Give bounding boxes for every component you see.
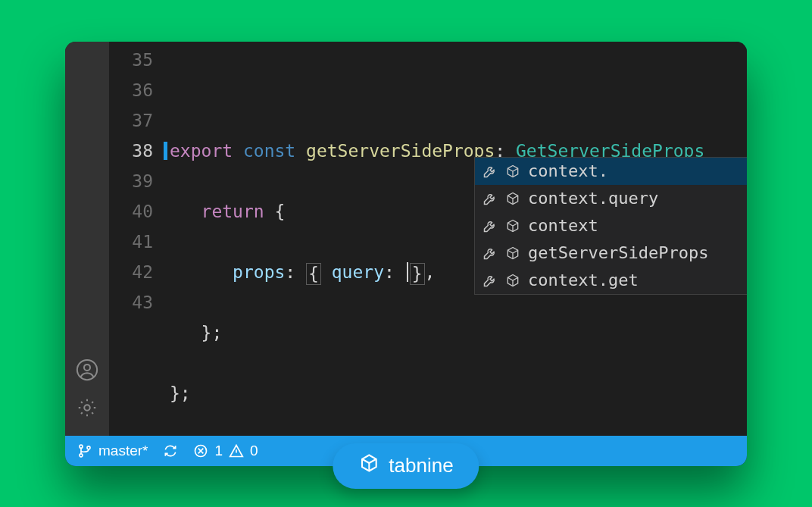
- branch-name: master*: [98, 443, 148, 459]
- line-number: 42: [109, 257, 170, 287]
- suggestion-item[interactable]: context: [475, 212, 747, 239]
- svg-point-2: [84, 405, 90, 411]
- error-count: 1: [214, 443, 223, 459]
- line-number: 38: [109, 136, 170, 166]
- cube-icon: [505, 164, 520, 179]
- line-number: 35: [109, 45, 170, 75]
- suggestion-label: context: [528, 212, 598, 239]
- wrench-icon: [483, 246, 498, 261]
- activity-bar: [65, 42, 109, 436]
- suggestion-item[interactable]: context.get: [475, 267, 747, 294]
- wrench-icon: [483, 218, 498, 233]
- line-number: 37: [109, 105, 170, 136]
- sync-icon: [163, 443, 178, 458]
- line-number: 39: [109, 166, 170, 196]
- intellisense-popup[interactable]: context. context.query context: [474, 157, 747, 295]
- code-line: };: [170, 318, 747, 348]
- text-cursor: [407, 262, 408, 282]
- code-editor[interactable]: 35 36 37 38 39 40 41 42 43 export const …: [109, 42, 747, 436]
- tabnine-logo-icon: [358, 452, 379, 479]
- code-line: };: [170, 378, 747, 408]
- git-branch-button[interactable]: master*: [77, 443, 148, 459]
- sync-button[interactable]: [163, 443, 178, 458]
- line-number: 40: [109, 196, 170, 227]
- cube-icon: [505, 246, 520, 261]
- suggestion-item[interactable]: getServerSideProps: [475, 239, 747, 267]
- svg-point-5: [87, 446, 90, 449]
- warning-count: 0: [250, 443, 258, 459]
- line-number: 43: [109, 287, 170, 318]
- tabnine-label: tabnine: [389, 454, 453, 477]
- error-icon: [193, 443, 208, 458]
- code-line: [170, 75, 747, 105]
- tabnine-badge[interactable]: tabnine: [333, 443, 479, 489]
- account-icon[interactable]: [76, 358, 98, 381]
- line-number: 41: [109, 227, 170, 257]
- gear-icon[interactable]: [76, 396, 98, 419]
- line-gutter: 35 36 37 38 39 40 41 42 43: [109, 42, 170, 436]
- cube-icon: [505, 191, 520, 206]
- suggestion-label: context.query: [528, 185, 658, 212]
- suggestion-item[interactable]: context.: [475, 158, 747, 185]
- git-branch-icon: [77, 443, 92, 458]
- cube-icon: [505, 218, 520, 233]
- wrench-icon: [483, 273, 498, 288]
- problems-button[interactable]: 1 0: [193, 443, 258, 459]
- wrench-icon: [483, 191, 498, 206]
- cube-icon: [505, 273, 520, 288]
- editor-window: 35 36 37 38 39 40 41 42 43 export const …: [65, 42, 747, 466]
- suggestion-label: context.: [528, 158, 608, 185]
- svg-point-1: [84, 364, 90, 370]
- wrench-icon: [483, 164, 498, 179]
- suggestion-item[interactable]: context.query: [475, 185, 747, 212]
- svg-point-3: [80, 445, 83, 448]
- current-line-marker: [164, 142, 167, 160]
- suggestion-label: getServerSideProps: [528, 239, 708, 267]
- svg-point-4: [80, 453, 83, 456]
- suggestion-label: context.get: [528, 267, 639, 294]
- line-number: 36: [109, 75, 170, 105]
- warning-icon: [229, 443, 244, 458]
